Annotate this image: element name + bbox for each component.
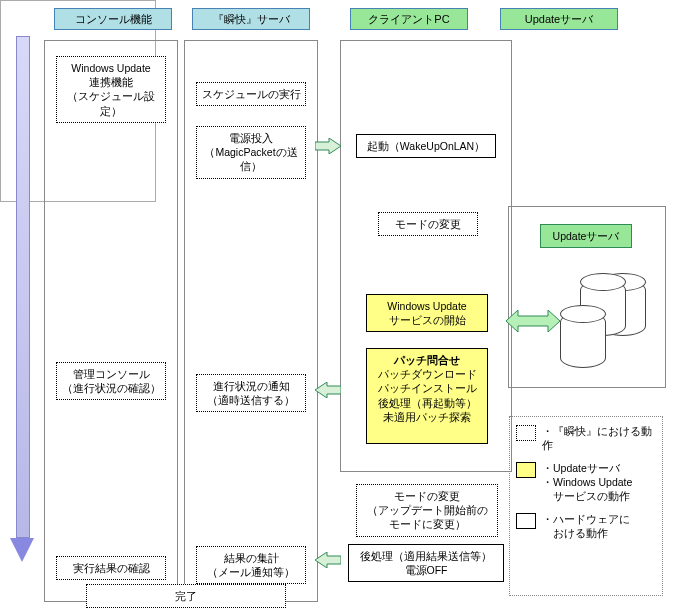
svg-marker-1 (315, 382, 341, 398)
node-admin-console: 管理コンソール（進行状況の確認） (56, 362, 166, 400)
legend-label: ・『瞬快』における動作 (542, 425, 656, 452)
database-icon (560, 280, 660, 370)
node-mode-change: モードの変更 (378, 212, 478, 236)
node-result-confirm: 実行結果の確認 (56, 556, 166, 580)
node-wu-service-start: Windows Updateサービスの開始 (366, 294, 488, 332)
arrow-left-icon (315, 552, 341, 568)
legend-row-dotted: ・『瞬快』における動作 (516, 425, 656, 452)
node-patch-query-body: パッチダウンロードパッチインストール後処理（再起動等）未適用パッチ探索 (369, 367, 485, 424)
node-patch-query-title: パッチ問合せ (369, 353, 485, 367)
legend-swatch-solid (516, 513, 536, 529)
node-complete: 完了 (86, 584, 286, 608)
lane-server (184, 40, 318, 602)
svg-marker-2 (315, 552, 341, 568)
node-run-schedule: スケジュールの実行 (196, 82, 306, 106)
header-console: コンソール機能 (54, 8, 172, 30)
legend-row-solid: ・ハードウェアに おける動作 (516, 513, 656, 540)
svg-marker-0 (315, 138, 341, 154)
header-shunkai-server: 『瞬快』サーバ (192, 8, 310, 30)
legend: ・『瞬快』における動作 ・Updateサーバ・Windows Update サー… (509, 416, 663, 596)
update-server-title: Updateサーバ (540, 224, 632, 248)
arrow-left-icon (315, 382, 341, 398)
legend-swatch-yellow (516, 462, 536, 478)
arrow-bidirectional-icon (506, 310, 560, 332)
node-schedule-setting: Windows Update連携機能（スケジュール設定） (56, 56, 166, 123)
node-power-on: 電源投入（MagicPacketの送信） (196, 126, 306, 179)
node-boot-wol: 起動（WakeUpOnLAN） (356, 134, 496, 158)
node-postprocess: 後処理（適用結果送信等）電源OFF (348, 544, 504, 582)
legend-label: ・ハードウェアに おける動作 (542, 513, 630, 540)
node-result-aggregate: 結果の集計（メール通知等） (196, 546, 306, 584)
legend-label: ・Updateサーバ・Windows Update サービスの動作 (542, 462, 632, 503)
svg-marker-3 (506, 310, 560, 332)
timeline-arrow-icon (16, 36, 28, 566)
legend-swatch-dotted (516, 425, 536, 441)
lane-console (44, 40, 178, 602)
arrow-right-icon (315, 138, 341, 154)
node-progress-notify: 進行状況の通知（適時送信する） (196, 374, 306, 412)
header-update-server: Updateサーバ (500, 8, 618, 30)
header-client-pc: クライアントPC (350, 8, 468, 30)
node-patch-query: パッチ問合せ パッチダウンロードパッチインストール後処理（再起動等）未適用パッチ… (366, 348, 488, 444)
legend-row-yellow: ・Updateサーバ・Windows Update サービスの動作 (516, 462, 656, 503)
node-mode-revert: モードの変更（アップデート開始前のモードに変更） (356, 484, 498, 537)
